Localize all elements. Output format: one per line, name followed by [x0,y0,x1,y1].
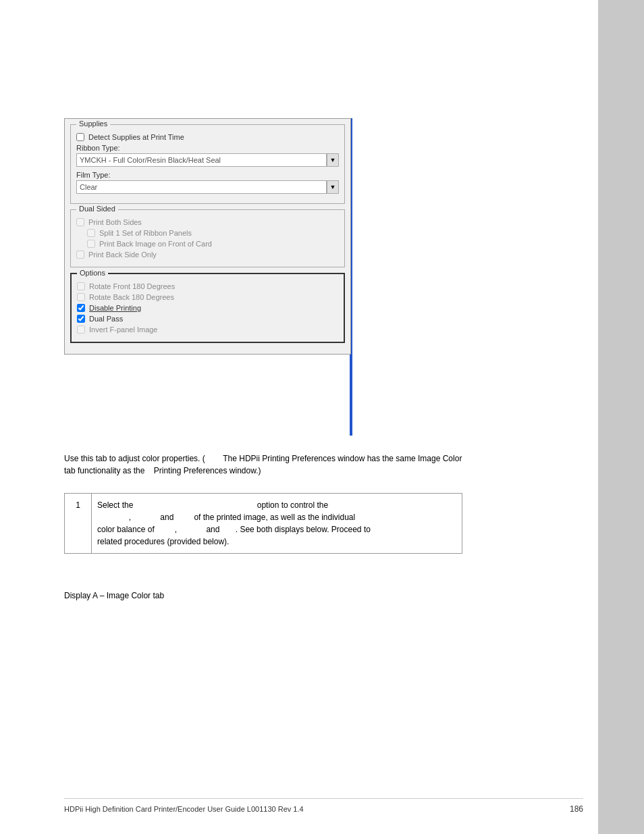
dual-pass-label: Dual Pass [89,315,123,323]
print-both-sides-checkbox[interactable] [76,218,84,226]
body-text: Use this tab to adjust color properties.… [64,452,462,477]
dialog-panel: Supplies Detect Supplies at Print Time R… [64,118,351,355]
footer-left-text: HDPii High Definition Card Printer/Encod… [64,805,304,813]
print-back-front-label: Print Back Image on Front of Card [99,240,212,248]
split-ribbon-row[interactable]: Split 1 Set of Ribbon Panels [87,229,339,237]
options-group: Options Rotate Front 180 Degrees Rotate … [70,273,345,343]
film-type-dropdown-btn[interactable]: ▼ [327,180,339,194]
film-type-dropdown-wrapper[interactable]: ▼ [76,180,339,194]
print-both-sides-row[interactable]: Print Both Sides [76,218,339,226]
footer: HDPii High Definition Card Printer/Encod… [64,798,583,814]
print-back-only-row[interactable]: Print Back Side Only [76,251,339,259]
rotate-back-checkbox[interactable] [77,293,85,301]
invert-fpanel-row[interactable]: Invert F-panel Image [77,325,338,334]
print-back-only-label: Print Back Side Only [88,251,157,259]
table-row-number: 1 [65,494,92,554]
invert-fpanel-checkbox[interactable] [77,325,85,334]
dual-pass-checkbox[interactable] [77,315,85,323]
disable-printing-checkbox[interactable] [77,304,85,312]
supplies-group: Supplies Detect Supplies at Print Time R… [70,124,345,204]
dual-pass-row[interactable]: Dual Pass [77,315,338,323]
rotate-front-checkbox[interactable] [77,282,85,290]
print-back-only-checkbox[interactable] [76,251,84,259]
disable-printing-label: Disable Printing [89,304,141,312]
table-row: 1 Select the option to control the , and… [65,494,462,554]
detect-supplies-checkbox[interactable] [76,133,84,141]
invert-fpanel-label: Invert F-panel Image [89,325,158,334]
body-paragraph: Use this tab to adjust color properties.… [64,452,462,477]
ribbon-type-input[interactable] [76,153,327,167]
detect-supplies-label: Detect Supplies at Print Time [88,133,184,141]
split-ribbon-checkbox[interactable] [87,229,95,237]
dual-sided-group-title: Dual Sided [76,205,118,213]
print-back-front-row[interactable]: Print Back Image on Front of Card [87,240,339,248]
display-a-label: Display A – Image Color tab [64,591,164,600]
ribbon-type-label: Ribbon Type: [76,144,339,152]
dual-sided-group: Dual Sided Print Both Sides Split 1 Set … [70,209,345,267]
footer-page-number: 186 [570,804,583,814]
rotate-back-label: Rotate Back 180 Degrees [89,293,174,301]
instruction-table: 1 Select the option to control the , and… [64,493,462,554]
ribbon-type-dropdown-wrapper[interactable]: ▼ [76,153,339,167]
film-type-input[interactable] [76,180,327,194]
detect-supplies-row[interactable]: Detect Supplies at Print Time [76,133,339,141]
rotate-front-label: Rotate Front 180 Degrees [89,282,175,290]
options-group-title: Options [77,269,108,277]
rotate-back-row[interactable]: Rotate Back 180 Degrees [77,293,338,301]
split-ribbon-label: Split 1 Set of Ribbon Panels [99,229,192,237]
ribbon-type-field: Ribbon Type: ▼ [76,144,339,167]
print-back-front-checkbox[interactable] [87,240,95,248]
print-both-sides-label: Print Both Sides [88,218,142,226]
film-type-label: Film Type: [76,171,339,179]
rotate-front-row[interactable]: Rotate Front 180 Degrees [77,282,338,290]
supplies-group-title: Supplies [76,120,110,128]
film-type-field: Film Type: ▼ [76,171,339,194]
disable-printing-row[interactable]: Disable Printing [77,304,338,312]
table-row-content: Select the option to control the , and o… [92,494,462,554]
page-container: Supplies Detect Supplies at Print Time R… [0,0,644,834]
ribbon-type-dropdown-btn[interactable]: ▼ [327,153,339,167]
right-sidebar [598,0,644,834]
